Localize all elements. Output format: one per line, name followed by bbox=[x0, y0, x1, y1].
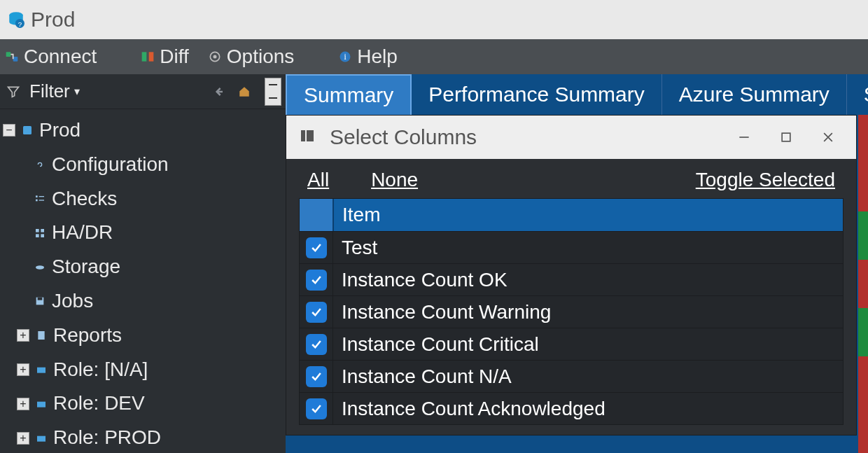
home-icon[interactable] bbox=[235, 83, 253, 101]
gear-icon bbox=[207, 49, 223, 64]
svg-rect-26 bbox=[37, 435, 46, 441]
menu-help[interactable]: i Help bbox=[337, 46, 398, 68]
select-all-link[interactable]: All bbox=[307, 169, 329, 191]
grid-row[interactable]: Instance Count OK bbox=[300, 263, 843, 295]
tab-performance-summary[interactable]: Performance Summary bbox=[412, 74, 662, 115]
menu-options-label: Options bbox=[227, 46, 295, 68]
tree-root-prod[interactable]: − Prod bbox=[3, 113, 286, 148]
tree-item-jobs[interactable]: Jobs bbox=[3, 284, 286, 319]
row-checkbox[interactable] bbox=[306, 366, 327, 387]
link-icon bbox=[32, 157, 48, 172]
row-checkbox[interactable] bbox=[306, 334, 327, 355]
tab-azure-summary[interactable]: Azure Summary bbox=[662, 74, 847, 115]
sidebar-toolbar: Filter ▾ bbox=[0, 74, 286, 109]
content-area: Summary Performance Summary Azure Summar… bbox=[286, 74, 868, 453]
header-item-column[interactable]: Item bbox=[333, 199, 843, 231]
tree-item-checks[interactable]: Checks bbox=[3, 182, 286, 216]
row-label: Instance Count N/A bbox=[342, 365, 512, 388]
expand-icon[interactable]: + bbox=[17, 398, 29, 410]
sidebar: Filter ▾ − bbox=[0, 74, 286, 453]
row-label: Instance Count Warning bbox=[342, 301, 551, 323]
svg-text:?: ? bbox=[18, 20, 22, 28]
back-icon[interactable] bbox=[210, 83, 228, 101]
svg-rect-31 bbox=[782, 133, 790, 141]
expand-icon[interactable]: + bbox=[17, 329, 29, 342]
row-label: Test bbox=[342, 237, 377, 259]
row-label: Instance Count OK bbox=[342, 269, 507, 291]
status-red bbox=[858, 163, 868, 211]
svg-rect-3 bbox=[6, 52, 11, 57]
tree-item-label: Checks bbox=[52, 183, 117, 215]
tab-slow[interactable]: Slow bbox=[847, 74, 868, 115]
menu-diff[interactable]: Diff bbox=[140, 46, 189, 68]
dialog-titlebar[interactable]: Select Columns bbox=[286, 116, 856, 159]
tree-item-label: Configuration bbox=[52, 149, 169, 181]
select-columns-dialog: Select Columns All None Toggle S bbox=[286, 115, 857, 435]
tree-item-label: Role: [N/A] bbox=[53, 354, 148, 386]
grid-row[interactable]: Instance Count Critical bbox=[300, 328, 843, 360]
tree-item-role-dev[interactable]: + Role: DEV bbox=[3, 386, 286, 421]
folder-icon bbox=[34, 431, 49, 446]
tree-item-label: Role: DEV bbox=[53, 388, 145, 419]
toggle-selected-link[interactable]: Toggle Selected bbox=[696, 169, 835, 191]
svg-rect-13 bbox=[36, 200, 38, 202]
toolbar-overflow-button[interactable] bbox=[265, 78, 281, 106]
nav-tree: − Prod Configuration bbox=[0, 109, 286, 453]
row-checkbox[interactable] bbox=[306, 270, 327, 291]
expand-icon[interactable]: + bbox=[17, 432, 29, 445]
svg-rect-30 bbox=[739, 137, 748, 138]
status-red bbox=[858, 115, 868, 163]
tree-item-reports[interactable]: + Reports bbox=[3, 319, 286, 353]
svg-rect-23 bbox=[38, 331, 44, 340]
status-red bbox=[858, 260, 868, 308]
row-checkbox[interactable] bbox=[306, 398, 327, 419]
svg-rect-12 bbox=[36, 195, 38, 197]
tree-item-hadr[interactable]: HA/DR bbox=[3, 216, 286, 250]
collapse-icon[interactable]: − bbox=[3, 124, 15, 137]
tree-item-role-prod[interactable]: + Role: PROD bbox=[3, 421, 286, 453]
menu-bar: Connect Diff Options i Help bbox=[0, 39, 868, 74]
dialog-link-row: All None Toggle Selected bbox=[286, 159, 856, 198]
menu-options[interactable]: Options bbox=[207, 46, 295, 68]
svg-rect-11 bbox=[23, 126, 31, 134]
svg-rect-22 bbox=[38, 298, 43, 300]
plug-icon bbox=[4, 49, 20, 64]
grid-row[interactable]: Instance Count Acknowledged bbox=[300, 392, 843, 424]
tab-summary[interactable]: Summary bbox=[286, 74, 412, 115]
svg-rect-5 bbox=[142, 52, 147, 61]
status-red bbox=[858, 405, 868, 453]
row-label: Instance Count Acknowledged bbox=[342, 398, 606, 420]
minimize-button[interactable] bbox=[729, 122, 760, 153]
svg-rect-14 bbox=[39, 196, 44, 197]
tree-item-configuration[interactable]: Configuration bbox=[3, 148, 286, 182]
tree-item-label: Jobs bbox=[52, 286, 93, 317]
grid-row[interactable]: Test bbox=[300, 231, 843, 263]
grid-row[interactable]: Instance Count N/A bbox=[300, 360, 843, 392]
folder-icon bbox=[34, 362, 49, 377]
row-checkbox[interactable] bbox=[306, 302, 327, 323]
filter-icon bbox=[4, 83, 22, 101]
tab-bar: Summary Performance Summary Azure Summar… bbox=[286, 74, 868, 115]
tab-label: Slow bbox=[864, 83, 868, 106]
select-none-link[interactable]: None bbox=[371, 169, 418, 191]
columns-icon bbox=[299, 127, 318, 147]
menu-connect[interactable]: Connect bbox=[4, 46, 97, 68]
close-button[interactable] bbox=[813, 122, 844, 153]
expand-icon[interactable]: + bbox=[17, 363, 29, 376]
svg-rect-15 bbox=[39, 200, 44, 200]
folder-icon bbox=[34, 396, 49, 412]
maximize-button[interactable] bbox=[771, 122, 802, 153]
tree-root-label: Prod bbox=[39, 115, 80, 146]
filter-dropdown[interactable]: Filter ▾ bbox=[29, 81, 80, 102]
tab-label: Summary bbox=[304, 83, 393, 107]
header-check-column[interactable] bbox=[300, 199, 333, 231]
tree-item-role-na[interactable]: + Role: [N/A] bbox=[3, 353, 286, 387]
tree-item-storage[interactable]: Storage bbox=[3, 250, 286, 284]
diff-icon bbox=[140, 49, 155, 64]
tree-item-label: Role: PROD bbox=[53, 422, 161, 453]
grid-row[interactable]: Instance Count Warning bbox=[300, 295, 843, 328]
row-checkbox[interactable] bbox=[306, 237, 327, 258]
tree-item-label: HA/DR bbox=[52, 217, 113, 249]
tab-label: Performance Summary bbox=[428, 83, 644, 106]
status-green bbox=[858, 308, 868, 356]
